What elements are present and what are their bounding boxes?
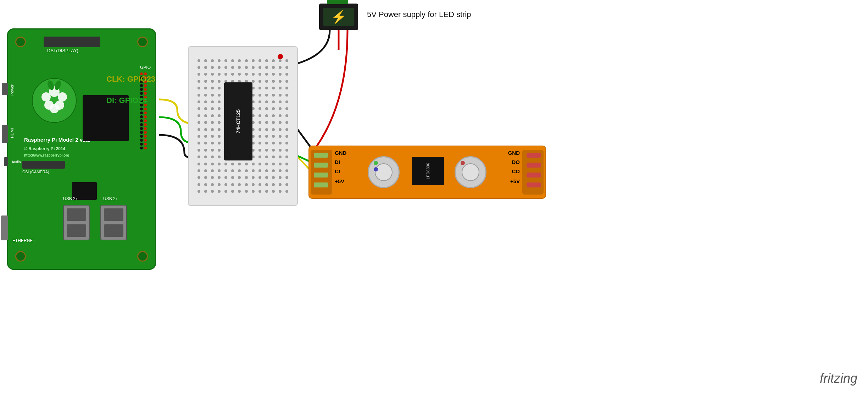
breadboard-dot	[265, 100, 268, 103]
label-ci: CI	[335, 168, 340, 174]
breadboard-dot	[218, 149, 221, 152]
breadboard-dot	[279, 142, 282, 144]
breadboard-dot	[218, 100, 221, 103]
breadboard-dot	[265, 128, 268, 131]
breadboard-dot	[258, 190, 261, 193]
breadboard-dot	[279, 94, 282, 97]
breadboard-dot	[252, 73, 255, 76]
bb-red-dot	[278, 54, 283, 59]
svg-point-3	[41, 92, 51, 102]
breadboard-dot	[197, 73, 200, 76]
breadboard-dot	[204, 176, 207, 179]
mount-hole-tr	[137, 37, 148, 47]
audio-port	[4, 157, 8, 166]
breadboard-dot	[272, 163, 275, 165]
label-5v-left: +5V	[335, 178, 344, 184]
di-label: DI: GPIO24	[106, 96, 147, 105]
breadboard-dot	[252, 176, 255, 179]
power-supply-label: 5V Power supply for LED strip	[367, 10, 471, 19]
breadboard-dot	[285, 190, 288, 193]
breadboard-dot	[279, 190, 282, 193]
breadboard-dot	[265, 66, 268, 69]
breadboard-dot	[231, 163, 234, 165]
svg-point-4	[58, 92, 67, 102]
breadboard-dot	[204, 100, 207, 103]
breadboard-dot	[272, 59, 275, 62]
breadboard-dot	[238, 183, 241, 186]
breadboard-dot	[245, 59, 248, 62]
csi-connector	[22, 161, 65, 169]
breadboard-dot	[204, 87, 207, 89]
led-pad-gnd-l	[314, 153, 328, 158]
breadboard-dot	[285, 87, 288, 89]
breadboard-dot	[231, 176, 234, 179]
breadboard-dot	[252, 190, 255, 193]
breadboard-dot	[258, 121, 261, 124]
breadboard-dot	[279, 163, 282, 165]
breadboard-dot	[265, 121, 268, 124]
breadboard-dot	[211, 66, 214, 69]
breadboard-dot	[265, 73, 268, 76]
svg-point-7	[50, 104, 59, 113]
breadboard-dot	[218, 114, 221, 117]
breadboard-dot	[211, 121, 214, 124]
breadboard-dot	[218, 94, 221, 97]
dsi-label: DSI (DISPLAY)	[47, 48, 78, 53]
breadboard-dot	[224, 183, 227, 186]
breadboard-dot	[285, 183, 288, 186]
breadboard-dot	[218, 169, 221, 172]
clk-label: CLK: GPIO23	[106, 75, 155, 84]
breadboard-dot	[265, 149, 268, 152]
breadboard-dot	[211, 73, 214, 76]
mount-hole-br	[137, 251, 148, 262]
lightning-icon: ⚡	[331, 10, 347, 24]
breadboard-dot	[218, 155, 221, 158]
breadboard-dot	[204, 73, 207, 76]
breadboard-dot	[252, 183, 255, 186]
breadboard-dot	[218, 66, 221, 69]
breadboard-dot	[279, 107, 282, 110]
led-pad-do	[527, 163, 541, 168]
breadboard-dot	[272, 142, 275, 144]
breadboard-dot	[258, 135, 261, 138]
led-bulb-2-inner	[462, 163, 479, 181]
lpd-chip: LPD8806	[412, 157, 444, 185]
breadboard-dot	[231, 169, 234, 172]
breadboard-dot	[285, 142, 288, 144]
breadboard-dot	[252, 80, 255, 83]
breadboard-dot	[204, 80, 207, 83]
breadboard-dot	[285, 121, 288, 124]
breadboard-dot	[211, 100, 214, 103]
breadboard-dot	[258, 155, 261, 158]
led-pad-ci	[314, 173, 328, 178]
breadboard-dot	[258, 94, 261, 97]
led-bulb-1-inner	[375, 163, 393, 181]
breadboard-dot	[197, 107, 200, 110]
breadboard-dot	[197, 190, 200, 193]
breadboard-dot	[258, 169, 261, 172]
breadboard: 74HCT125	[188, 46, 298, 206]
label-di: DI	[335, 159, 340, 165]
breadboard-dot	[218, 183, 221, 186]
breadboard-dot	[272, 121, 275, 124]
breadboard-dot	[279, 149, 282, 152]
breadboard-dot	[218, 59, 221, 62]
breadboard-dot	[272, 190, 275, 193]
breadboard-dot	[204, 163, 207, 165]
breadboard-dot	[231, 73, 234, 76]
breadboard-dot	[204, 128, 207, 131]
breadboard-dot	[211, 190, 214, 193]
led-pad-5v-l	[314, 182, 328, 187]
breadboard-dot	[224, 176, 227, 179]
breadboard-dot	[211, 135, 214, 138]
breadboard-dot	[231, 59, 234, 62]
breadboard-dot	[265, 94, 268, 97]
power-supply-inner: ⚡	[323, 8, 354, 26]
breadboard-dot	[265, 176, 268, 179]
hdmi-label: HDMI	[10, 128, 14, 138]
breadboard-dot	[265, 59, 268, 62]
breadboard-dot	[197, 149, 200, 152]
breadboard-dot	[245, 176, 248, 179]
breadboard-dot	[285, 149, 288, 152]
usb1-label: USB 2x	[63, 196, 78, 201]
